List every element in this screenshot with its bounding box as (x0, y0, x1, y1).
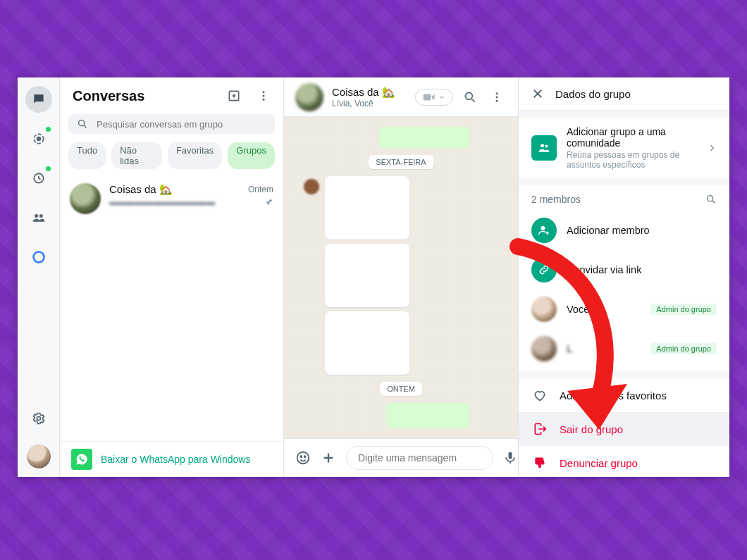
info-header: Dados do grupo (519, 77, 729, 111)
svg-point-18 (300, 456, 302, 457)
pin-icon (264, 197, 273, 207)
chat-preview: ▬▬▬▬▬▬▬▬▬▬▬▬ (109, 197, 215, 207)
chat-search-icon[interactable] (460, 87, 480, 107)
community-subtitle: Reúna pessoas em grupos de assuntos espe… (567, 150, 697, 170)
members-count: 2 membros (531, 194, 581, 205)
status-dot-icon (46, 127, 51, 132)
invite-link-icon (531, 257, 557, 282)
video-call-button[interactable] (415, 89, 453, 106)
app-window: Conversas Tudo Não lidas Favoritas Grupo… (18, 77, 729, 477)
filter-chip-all[interactable]: Tudo (68, 142, 106, 169)
chevron-down-icon (438, 94, 445, 101)
sidebar-header: Conversas (60, 77, 283, 111)
message-in[interactable] (325, 311, 409, 375)
svg-point-15 (496, 96, 498, 98)
nav-profile-avatar[interactable] (27, 444, 51, 468)
messages-area[interactable]: SEXTA-FEIRA ONTEM (284, 117, 518, 438)
attach-icon[interactable] (321, 448, 336, 468)
svg-point-19 (304, 456, 306, 457)
thumbs-down-icon (533, 456, 547, 470)
message-input[interactable] (346, 446, 493, 470)
svg-point-21 (545, 144, 548, 147)
member-avatar (531, 297, 557, 322)
svg-point-23 (541, 226, 545, 230)
svg-point-22 (708, 196, 713, 201)
chat-header-title: Coisas da 🏡 (332, 86, 407, 99)
favorite-action[interactable]: Adicionar aos favoritos (519, 378, 729, 412)
member-other-label: L (567, 343, 572, 354)
filter-chip-favorites[interactable]: Favoritas (168, 142, 222, 169)
info-title: Dados do grupo (555, 88, 631, 100)
nav-meta-ai-icon[interactable] (25, 244, 52, 270)
community-icon (531, 135, 557, 161)
search-icon (77, 118, 88, 130)
actions-section: Adicionar aos favoritos Sair do grupo De… (519, 378, 729, 477)
add-member-icon (531, 218, 557, 243)
exit-icon (533, 422, 547, 436)
conversations-sidebar: Conversas Tudo Não lidas Favoritas Grupo… (60, 77, 284, 477)
chat-menu-icon[interactable] (487, 87, 507, 107)
search-input[interactable] (97, 119, 266, 130)
leave-group-action[interactable]: Sair do grupo (519, 412, 729, 446)
svg-point-4 (39, 214, 42, 218)
member-row-you[interactable]: Você Admin do grupo (519, 290, 729, 329)
chat-header[interactable]: Coisas da 🏡 Lívia, Você (284, 77, 518, 117)
svg-point-5 (33, 252, 44, 263)
whatsapp-logo-icon (71, 449, 92, 470)
message-out[interactable] (378, 127, 470, 148)
report-group-label: Denunciar grupo (560, 457, 638, 469)
search-box[interactable] (68, 114, 275, 134)
favorite-label: Adicionar aos favoritos (560, 390, 667, 402)
nav-channels-icon[interactable] (25, 165, 52, 192)
members-section: 2 membros Adicionar membro Convidar via … (519, 185, 729, 371)
svg-point-8 (263, 91, 265, 93)
heart-icon (533, 388, 547, 402)
chat-header-subtitle: Lívia, Você (332, 99, 407, 108)
chat-list-item[interactable]: Coisas da 🏡 Ontem ▬▬▬▬▬▬▬▬▬▬▬▬ (60, 176, 283, 221)
nav-rail (18, 77, 60, 477)
video-icon (423, 92, 436, 102)
new-chat-icon[interactable] (224, 86, 244, 106)
report-group-action[interactable]: Denunciar grupo (519, 446, 729, 477)
chat-input-bar (284, 438, 518, 477)
member-you-label: Você (567, 304, 589, 315)
sender-avatar (304, 179, 319, 194)
download-label: Baixar o WhatsApp para Windows (101, 454, 250, 465)
svg-point-16 (496, 99, 498, 101)
members-search-icon[interactable] (705, 194, 717, 205)
nav-chats-icon[interactable] (25, 86, 52, 113)
nav-settings-icon[interactable] (25, 405, 52, 432)
admin-badge: Admin do grupo (650, 343, 717, 354)
mic-icon[interactable] (503, 448, 517, 468)
chat-time: Ontem (248, 185, 273, 194)
chat-panel: Coisas da 🏡 Lívia, Você SEXTA-FEIRA (284, 77, 518, 477)
chat-avatar (70, 183, 101, 214)
add-to-community-card[interactable]: Adicionar grupo a uma comunidade Reúna p… (519, 118, 729, 178)
leave-group-label: Sair do grupo (560, 423, 623, 435)
date-divider-yesterday: ONTEM (380, 382, 422, 396)
chevron-right-icon (707, 143, 717, 153)
svg-point-13 (465, 92, 472, 99)
svg-point-9 (263, 95, 265, 97)
nav-status-icon[interactable] (25, 125, 52, 152)
filter-chip-unread[interactable]: Não lidas (111, 142, 162, 169)
svg-point-10 (263, 99, 265, 101)
svg-point-3 (35, 214, 38, 218)
message-in[interactable] (325, 176, 409, 239)
svg-point-20 (541, 144, 544, 147)
svg-point-6 (37, 417, 40, 421)
add-member-row[interactable]: Adicionar membro (519, 211, 729, 250)
download-bar[interactable]: Baixar o WhatsApp para Windows (60, 441, 283, 477)
svg-point-11 (79, 120, 85, 126)
invite-link-label: Convidar via link (567, 264, 641, 275)
member-row-other[interactable]: L Admin do grupo (519, 329, 729, 368)
nav-communities-icon[interactable] (25, 204, 52, 231)
close-icon[interactable] (531, 87, 544, 100)
invite-link-row[interactable]: Convidar via link (519, 250, 729, 290)
sidebar-menu-icon[interactable] (254, 86, 273, 106)
message-out[interactable] (385, 403, 470, 428)
filter-chip-groups[interactable]: Grupos (228, 142, 275, 169)
emoji-icon[interactable] (295, 448, 311, 468)
chat-name: Coisas da 🏡 (109, 183, 173, 196)
message-in[interactable] (325, 244, 409, 307)
